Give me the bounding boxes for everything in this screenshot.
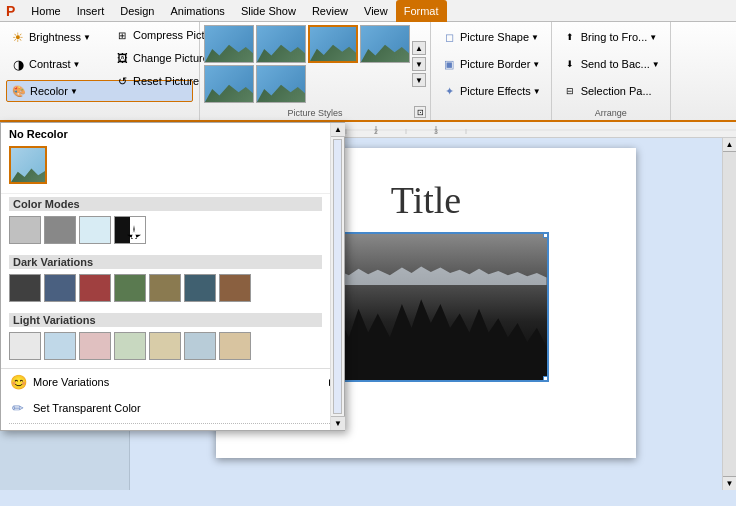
slide-title: Title	[391, 178, 461, 222]
style-thumb-4[interactable]	[360, 25, 410, 63]
selection-pane-button[interactable]: ⊟ Selection Pa...	[558, 80, 664, 102]
reset-label: Reset Picture	[133, 75, 199, 87]
more-variations-icon: 😊	[9, 373, 27, 391]
picture-border-button[interactable]: ▣ Picture Border ▼	[437, 53, 545, 75]
picture-shape-icon: ◻	[441, 29, 457, 45]
change-icon: 🖼	[114, 50, 130, 66]
recolor-icon: 🎨	[11, 83, 27, 99]
swatch-light-4[interactable]	[114, 332, 146, 360]
swatch-light-7[interactable]	[219, 332, 251, 360]
picture-border-arrow: ▼	[532, 60, 540, 69]
light-variations-label: Light Variations	[9, 313, 322, 327]
thumb-scroll-down[interactable]: ▼	[412, 57, 426, 71]
swatch-dark-4[interactable]	[114, 274, 146, 302]
menu-view[interactable]: View	[356, 0, 396, 22]
reset-icon: ↺	[114, 73, 130, 89]
picture-border-icon: ▣	[441, 56, 457, 72]
bring-front-icon: ⬆	[562, 29, 578, 45]
picture-shape-arrow: ▼	[531, 33, 539, 42]
color-modes-label: Color Modes	[9, 197, 322, 211]
swatch-dark-2[interactable]	[44, 274, 76, 302]
picture-border-label: Picture Border	[460, 58, 530, 70]
swatch-dark-6[interactable]	[184, 274, 216, 302]
send-back-button[interactable]: ⬇ Send to Bac... ▼	[558, 53, 664, 75]
swatch-dark-5[interactable]	[149, 274, 181, 302]
selection-label: Selection Pa...	[581, 85, 652, 97]
swatch-light-5[interactable]	[149, 332, 181, 360]
picture-effects-arrow: ▼	[533, 87, 541, 96]
set-transparent-label: Set Transparent Color	[33, 402, 141, 414]
dark-variations-label: Dark Variations	[9, 255, 322, 269]
panel-scroll-down[interactable]: ▼	[331, 416, 345, 430]
no-recolor-preview[interactable]	[9, 146, 47, 184]
style-thumb-5[interactable]	[204, 65, 254, 103]
send-back-icon: ⬇	[562, 56, 578, 72]
swatch-dark-3[interactable]	[79, 274, 111, 302]
adjust-group: ☀ Brightness ▼ ◑ Contrast ▼ 🎨 Recolor ▼ …	[0, 22, 200, 120]
compress-icon: ⊞	[114, 27, 130, 43]
scroll-up-button[interactable]: ▲	[723, 138, 737, 152]
arrange-group: ⬆ Bring to Fro... ▼ ⬇ Send to Bac... ▼ ⊟…	[552, 22, 671, 120]
picture-format-group: ◻ Picture Shape ▼ ▣ Picture Border ▼ ✦ P…	[431, 22, 552, 120]
picture-styles-label: Picture Styles	[200, 108, 430, 118]
send-back-label: Send to Bac...	[581, 58, 650, 70]
swatch-dark-1[interactable]	[9, 274, 41, 302]
recolor-arrow: ▼	[70, 87, 78, 96]
recolor-label: Recolor	[30, 85, 68, 97]
swatch-light-2[interactable]	[44, 332, 76, 360]
svg-text:2: 2	[374, 128, 378, 135]
menu-slideshow[interactable]: Slide Show	[233, 0, 304, 22]
thumb-scroll-up[interactable]: ▲	[412, 41, 426, 55]
swatch-dark-7[interactable]	[219, 274, 251, 302]
menu-insert[interactable]: Insert	[69, 0, 113, 22]
set-transparent-icon: ✏	[9, 399, 27, 417]
picture-styles-expand[interactable]: ⊡	[414, 106, 426, 118]
swatch-light-3[interactable]	[79, 332, 111, 360]
scroll-down-button[interactable]: ▼	[723, 476, 737, 490]
change-label: Change Picture	[133, 52, 209, 64]
swatch-light-1[interactable]	[9, 332, 41, 360]
set-transparent-button[interactable]: ✏ Set Transparent Color	[1, 395, 344, 421]
menu-design[interactable]: Design	[112, 0, 162, 22]
more-variations-button[interactable]: 😊 More Variations ▶	[1, 369, 344, 395]
style-thumb-6[interactable]	[256, 65, 306, 103]
swatch-grayscale[interactable]	[9, 216, 41, 244]
menu-review[interactable]: Review	[304, 0, 356, 22]
selection-icon: ⊟	[562, 83, 578, 99]
menu-format[interactable]: Format	[396, 0, 447, 22]
contrast-label: Contrast	[29, 58, 71, 70]
picture-effects-label: Picture Effects	[460, 85, 531, 97]
picture-effects-button[interactable]: ✦ Picture Effects ▼	[437, 80, 545, 102]
bring-front-arrow: ▼	[649, 33, 657, 42]
picture-styles-group: ▲ ▼ ▼ Picture Styles ⊡	[200, 22, 431, 120]
brightness-arrow: ▼	[83, 33, 91, 42]
contrast-arrow: ▼	[73, 60, 81, 69]
swatch-washout[interactable]	[79, 216, 111, 244]
arrange-group-label: Arrange	[552, 108, 670, 118]
menu-home[interactable]: Home	[23, 0, 68, 22]
send-back-arrow: ▼	[652, 60, 660, 69]
style-thumb-3[interactable]	[308, 25, 358, 63]
swatch-black-white[interactable]	[114, 216, 146, 244]
panel-scroll-up[interactable]: ▲	[331, 123, 345, 137]
more-variations-label: More Variations	[33, 376, 109, 388]
menu-animations[interactable]: Animations	[162, 0, 232, 22]
bring-front-button[interactable]: ⬆ Bring to Fro... ▼	[558, 26, 664, 48]
picture-shape-button[interactable]: ◻ Picture Shape ▼	[437, 26, 545, 48]
picture-shape-label: Picture Shape	[460, 31, 529, 43]
swatch-light-6[interactable]	[184, 332, 216, 360]
style-thumb-2[interactable]	[256, 25, 306, 63]
brightness-icon: ☀	[10, 29, 26, 45]
bring-front-label: Bring to Fro...	[581, 31, 648, 43]
svg-text:3: 3	[434, 128, 438, 135]
contrast-icon: ◑	[10, 56, 26, 72]
thumb-expand[interactable]: ▼	[412, 73, 426, 87]
swatch-sepia[interactable]	[44, 216, 76, 244]
recolor-panel: No Recolor ▲ ▼ Color Modes Dark Variatio…	[0, 122, 345, 431]
picture-effects-icon: ✦	[441, 83, 457, 99]
scrollbar-right[interactable]: ▲ ▼	[722, 138, 736, 490]
style-thumb-1[interactable]	[204, 25, 254, 63]
no-recolor-label: No Recolor	[9, 128, 336, 140]
